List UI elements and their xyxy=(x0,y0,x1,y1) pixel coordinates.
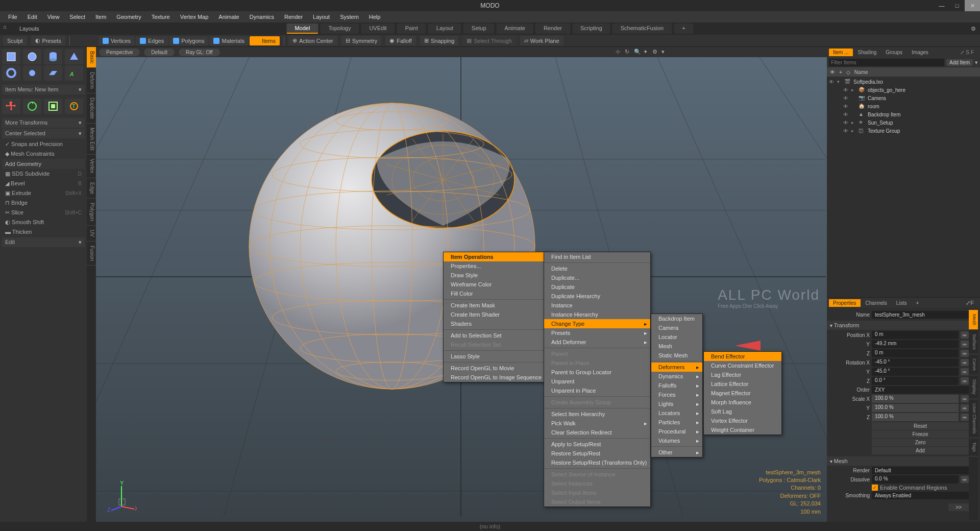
tool-capsule[interactable] xyxy=(23,65,41,81)
work-plane-button[interactable]: ▱ Work Plane xyxy=(520,36,564,45)
cm2-pick-walk[interactable]: Pick Walk xyxy=(544,419,650,428)
cm3-dynamics[interactable]: Dynamics xyxy=(651,372,702,381)
smoothing-field[interactable]: Always Enabled xyxy=(872,492,969,499)
gear-icon[interactable]: ⚙ xyxy=(971,26,976,32)
left-tab-basic[interactable]: Basic xyxy=(87,47,96,68)
menu-help[interactable]: Help xyxy=(364,12,386,21)
viewport-perspective[interactable]: Perspective xyxy=(99,49,140,56)
cm1-lasso[interactable]: Lasso Style xyxy=(444,352,550,361)
reset-button[interactable]: Reset xyxy=(872,422,969,430)
cm1-add-sel-set[interactable]: Add to Selection Set xyxy=(444,331,550,340)
tool-bevel[interactable]: ◢ BevelB xyxy=(2,179,85,188)
tree-texgroup[interactable]: 👁▸◫Texture Group xyxy=(827,127,980,135)
stab-curve[interactable]: Curve xyxy=(969,354,978,375)
menu-select[interactable]: Select xyxy=(64,12,90,21)
snapping-button[interactable]: ⊞ Snapping xyxy=(420,36,459,45)
rot-y-slider[interactable]: -45.0 ° xyxy=(872,368,959,376)
minimize-button[interactable]: — xyxy=(934,0,949,11)
tab-groups[interactable]: Groups xyxy=(881,49,906,56)
edit-dropdown[interactable]: Edit▾ xyxy=(2,237,85,247)
tab-plus[interactable]: + xyxy=(912,299,923,307)
sel-vertices[interactable]: Vertices xyxy=(99,36,135,45)
scl-y-slider[interactable]: 100.0 % xyxy=(872,404,959,412)
cm3-volumes[interactable]: Volumes xyxy=(651,436,702,445)
prop-name-field[interactable]: testSphere_3m_mesh xyxy=(872,311,969,319)
cm1-create-shader[interactable]: Create Item Shader xyxy=(444,310,550,319)
cm4-vortex[interactable]: Vortex Effector xyxy=(704,416,781,425)
scl-z-slider[interactable]: 100.0 % xyxy=(872,413,959,421)
sel-items[interactable]: Items xyxy=(250,36,280,45)
cm4-magnet[interactable]: Magnet Effector xyxy=(704,389,781,398)
menu-animate[interactable]: Animate xyxy=(213,12,244,21)
menu-texture[interactable]: Texture xyxy=(146,12,175,21)
pos-z-slider[interactable]: 0 m xyxy=(872,349,959,357)
cm4-softlag[interactable]: Soft Lag xyxy=(704,407,781,416)
cm2-add-deformer[interactable]: Add Deformer xyxy=(544,337,650,347)
tool-slice[interactable]: ✂ SliceShift+C xyxy=(2,208,85,218)
s-icon[interactable]: S xyxy=(966,50,969,55)
cm3-lights[interactable]: Lights xyxy=(651,399,702,408)
falloff-button[interactable]: ◉ Falloff xyxy=(385,36,416,45)
sel-edges[interactable]: Edges xyxy=(136,36,168,45)
cm3-locator[interactable]: Locator xyxy=(651,332,702,342)
sculpt-button[interactable]: Sculpt xyxy=(3,36,27,45)
cm1-record-movie[interactable]: Record OpenGL to Movie xyxy=(444,364,550,373)
menu-item[interactable]: Item xyxy=(90,12,111,21)
zero-button[interactable]: Zero xyxy=(872,439,969,446)
cm2-unparent[interactable]: Unparent xyxy=(544,377,650,386)
cm3-particles[interactable]: Particles xyxy=(651,418,702,427)
cm2-presets[interactable]: Presets xyxy=(544,328,650,337)
vp-icon-5[interactable]: ⚙ xyxy=(652,49,659,56)
menu-layout[interactable]: Layout xyxy=(308,12,335,21)
tool-sds-subdivide[interactable]: ▦ SDS SubdivideD xyxy=(2,169,85,179)
menu-file[interactable]: File xyxy=(3,12,22,21)
filter-input[interactable] xyxy=(829,59,944,66)
ws-tab-layout[interactable]: Layout xyxy=(428,23,461,34)
tab-lists[interactable]: Lists xyxy=(892,299,911,307)
tool-extrude[interactable]: ▣ ExtrudeShift+X xyxy=(2,188,85,198)
tree-root[interactable]: 👁▾🎬Softpedia.lxo xyxy=(827,78,980,86)
cm1-wireframe-color[interactable]: Wireframe Color xyxy=(444,280,550,289)
more-button[interactable]: >> xyxy=(948,503,969,511)
left-tab-duplicate[interactable]: Duplicate xyxy=(87,93,96,124)
vp-icon-4[interactable]: ✦ xyxy=(643,49,650,56)
tab-channels[interactable]: Channels xyxy=(862,299,891,307)
f-icon[interactable]: F xyxy=(971,50,974,55)
home-icon[interactable]: ⌂ xyxy=(3,23,13,34)
cm1-create-mask[interactable]: Create Item Mask xyxy=(444,301,550,310)
ws-tab-setup[interactable]: Setup xyxy=(463,23,495,34)
scl-x-slider[interactable]: 100.0 % xyxy=(872,395,959,403)
expand-icon[interactable]: ⤢ xyxy=(960,50,964,55)
cm2-duplicate[interactable]: Duplicate xyxy=(544,282,650,292)
cm2-parent-grp[interactable]: Parent to Group Locator xyxy=(544,368,650,377)
cm2-apply-setup[interactable]: Apply to Setup/Rest xyxy=(544,440,650,449)
cm2-find[interactable]: Find in Item List xyxy=(544,252,650,261)
cm2-dup-dots[interactable]: Duplicate... xyxy=(544,273,650,282)
cm2-change-type[interactable]: Change Type xyxy=(544,319,650,328)
rot-x-slider[interactable]: -45.0 ° xyxy=(872,358,959,367)
left-tab-mesh-edit[interactable]: Mesh Edit xyxy=(87,124,96,155)
tool-sphere[interactable] xyxy=(23,49,41,64)
ws-tab-animate[interactable]: Animate xyxy=(497,23,533,34)
more-transforms-dropdown[interactable]: More Transforms▾ xyxy=(2,118,85,128)
cm4-lattice[interactable]: Lattice Effector xyxy=(704,379,781,389)
cm3-static-mesh[interactable]: Static Mesh xyxy=(651,351,702,360)
tree-camera[interactable]: 👁📷Camera xyxy=(827,94,980,102)
action-center-button[interactable]: ⊕ Action Center xyxy=(288,36,337,45)
viewport-raygl[interactable]: Ray GL: Off xyxy=(179,49,220,56)
menu-edit[interactable]: Edit xyxy=(22,12,42,21)
menu-system[interactable]: System xyxy=(335,12,364,21)
tool-move[interactable] xyxy=(2,99,20,114)
ws-tab-uvedit[interactable]: UVEdit xyxy=(361,23,395,34)
cm3-locators[interactable]: Locators xyxy=(651,408,702,418)
ws-tab-render[interactable]: Render xyxy=(535,23,570,34)
menu-vertex-map[interactable]: Vertex Map xyxy=(175,12,214,21)
tool-rotate[interactable] xyxy=(23,99,41,114)
tab-items[interactable]: Item ... xyxy=(829,49,853,56)
rot-z-slider[interactable]: 0.0 ° xyxy=(872,377,959,385)
cm1-fill-color[interactable]: Fill Color xyxy=(444,289,550,298)
ws-tab-paint[interactable]: Paint xyxy=(397,23,426,34)
stab-tags[interactable]: Tags xyxy=(969,438,978,456)
left-tab-deform[interactable]: Deform xyxy=(87,68,96,93)
menu-dynamics[interactable]: Dynamics xyxy=(244,12,279,21)
